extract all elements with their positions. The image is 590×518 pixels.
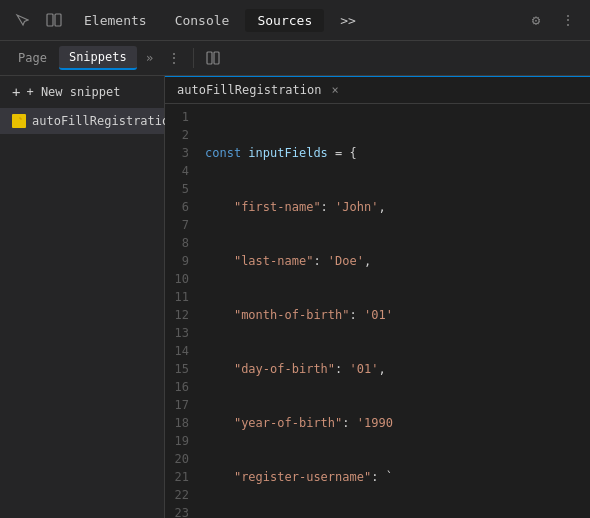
new-snippet-button[interactable]: + + New snippet [0,76,164,108]
line-numbers: 12345 678910 1112131415 1617181920 21222… [165,104,197,518]
code-editor: autoFillRegistration × 12345 678910 1112… [165,76,590,518]
svg-rect-0 [47,14,53,26]
layout-icon[interactable] [40,6,68,34]
snippets-tab[interactable]: Snippets [59,46,137,70]
svg-rect-1 [55,14,61,26]
divider [193,48,194,68]
toolbar: Elements Console Sources >> ⚙ ⋮ [0,0,590,41]
page-tab[interactable]: Page [8,47,57,69]
tabs-row: Page Snippets » ⋮ [0,41,590,76]
code-line-6: "year-of-birth": '1990 [205,414,582,432]
settings-icon[interactable]: ⚙ [522,6,550,34]
cursor-icon[interactable] [8,6,36,34]
more-options-icon[interactable]: ⋮ [554,6,582,34]
svg-rect-2 [207,52,212,64]
code-line-5: "day-of-birth": '01', [205,360,582,378]
new-snippet-label: + New snippet [26,85,120,99]
tabs-more[interactable]: ⋮ [163,47,185,69]
snippet-item[interactable]: autoFillRegistration [0,108,164,134]
editor-tab-name: autoFillRegistration [177,83,322,97]
code-line-4: "month-of-birth": '01' [205,306,582,324]
code-line-3: "last-name": 'Doe', [205,252,582,270]
snippet-name: autoFillRegistration [32,114,177,128]
code-line-7: "register-username": ` [205,468,582,486]
code-area[interactable]: 12345 678910 1112131415 1617181920 21222… [165,104,590,518]
snippet-file-icon [12,114,26,128]
plus-icon: + [12,84,20,100]
more-tabs[interactable]: >> [328,9,368,32]
code-line-2: "first-name": 'John', [205,198,582,216]
svg-rect-3 [214,52,219,64]
split-view-icon[interactable] [202,47,224,69]
tabs-chevron[interactable]: » [139,47,161,69]
sources-tab[interactable]: Sources [245,9,324,32]
console-tab[interactable]: Console [163,9,242,32]
close-tab-icon[interactable]: × [332,83,339,97]
main-area: + + New snippet autoFillRegistration aut… [0,76,590,518]
editor-file-tab[interactable]: autoFillRegistration × [165,76,590,104]
elements-tab[interactable]: Elements [72,9,159,32]
sidebar: + + New snippet autoFillRegistration [0,76,165,518]
code-content: const inputFields = { "first-name": 'Joh… [197,104,590,518]
code-line-1: const inputFields = { [205,144,582,162]
